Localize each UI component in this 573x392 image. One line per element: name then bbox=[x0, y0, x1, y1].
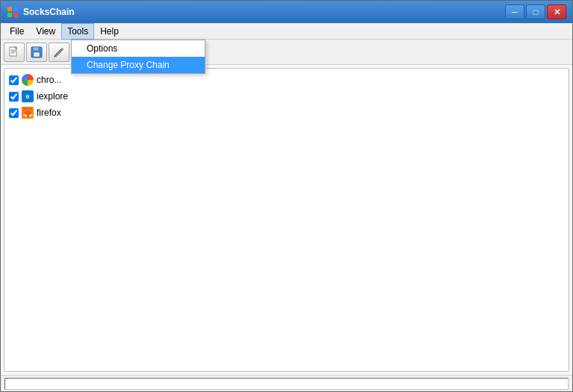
menu-tools[interactable]: Tools bbox=[61, 23, 94, 40]
svg-rect-2 bbox=[7, 13, 12, 17]
chrome-label: chro... bbox=[37, 75, 61, 85]
chrome-checkbox[interactable] bbox=[9, 75, 19, 85]
iexplore-label: iexplore bbox=[37, 91, 68, 102]
title-bar: SocksChain ─ □ ✕ bbox=[1, 1, 572, 23]
list-item[interactable]: chro... bbox=[4, 72, 569, 88]
firefox-label: firefox bbox=[37, 108, 61, 118]
svg-rect-12 bbox=[34, 53, 39, 56]
status-panel bbox=[4, 378, 569, 390]
app-icon bbox=[7, 6, 19, 18]
window-title: SocksChain bbox=[23, 7, 505, 17]
svg-rect-3 bbox=[13, 13, 18, 17]
menu-file[interactable]: File bbox=[4, 23, 30, 40]
firefox-icon: 🦊 bbox=[22, 107, 34, 119]
close-button[interactable]: ✕ bbox=[547, 4, 566, 19]
svg-rect-10 bbox=[33, 47, 39, 51]
svg-rect-0 bbox=[7, 7, 12, 11]
list-item[interactable]: e iexplore bbox=[4, 88, 569, 105]
chrome-icon bbox=[22, 74, 34, 86]
new-button[interactable] bbox=[4, 43, 25, 62]
minimize-button[interactable]: ─ bbox=[505, 4, 524, 19]
ie-icon: e bbox=[22, 90, 34, 102]
status-bar bbox=[1, 375, 572, 391]
iexplore-checkbox[interactable] bbox=[9, 92, 19, 102]
tools-dropdown: Options Change Proxy Chain bbox=[71, 40, 205, 74]
menu-bar: File View Tools Help Options Change Prox… bbox=[1, 23, 572, 40]
save-button[interactable] bbox=[26, 43, 47, 62]
list-item[interactable]: 🦊 firefox bbox=[4, 105, 569, 121]
menu-view[interactable]: View bbox=[30, 23, 61, 40]
menu-tools-change-proxy-chain[interactable]: Change Proxy Chain bbox=[72, 57, 205, 73]
menu-tools-options[interactable]: Options bbox=[72, 40, 205, 57]
window-controls: ─ □ ✕ bbox=[505, 4, 566, 19]
main-window: SocksChain ─ □ ✕ File View Tools Help Op… bbox=[0, 0, 573, 392]
restore-button[interactable]: □ bbox=[526, 4, 545, 19]
main-content: chro... e iexplore 🦊 firefox bbox=[1, 65, 572, 375]
menu-help[interactable]: Help bbox=[94, 23, 125, 40]
app-list: chro... e iexplore 🦊 firefox bbox=[4, 68, 569, 372]
edit-button[interactable] bbox=[49, 43, 69, 62]
firefox-checkbox[interactable] bbox=[9, 108, 19, 118]
svg-rect-1 bbox=[13, 7, 18, 11]
